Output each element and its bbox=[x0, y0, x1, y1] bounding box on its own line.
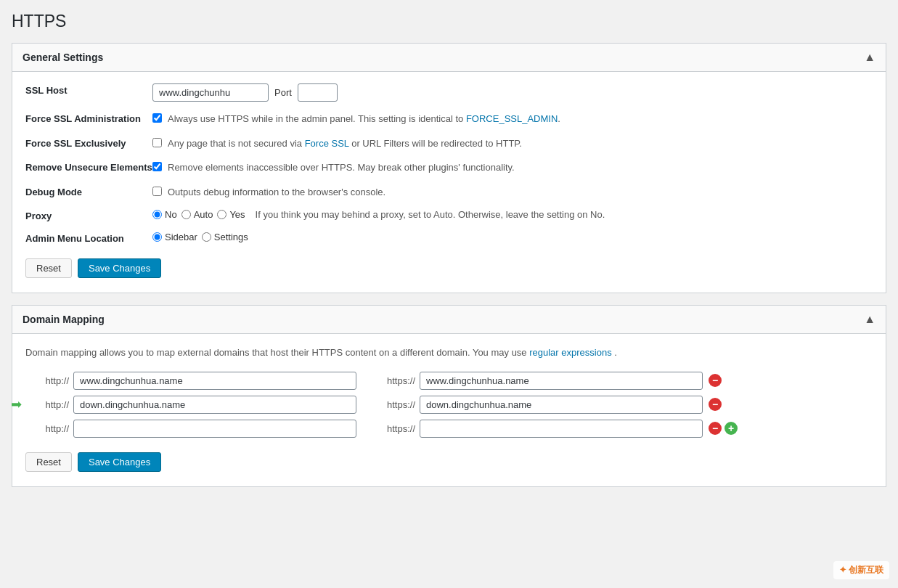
domain-row-3-https-prefix: https:// bbox=[368, 423, 415, 434]
domain-row-3-actions: − + bbox=[709, 422, 738, 435]
ssl-host-label: SSL Host bbox=[25, 83, 152, 96]
force-ssl-link[interactable]: Force SSL bbox=[305, 138, 349, 149]
domain-row-1-actions: − bbox=[709, 374, 722, 387]
force-ssl-admin-row: Force SSL Administration Always use HTTP… bbox=[25, 112, 873, 126]
domain-row-3: http:// https:// − + bbox=[25, 420, 873, 438]
force-ssl-exclusively-text: Any page that is not secured via Force S… bbox=[168, 136, 522, 151]
ssl-host-row: SSL Host Port bbox=[25, 83, 873, 102]
admin-menu-control: Sidebar Settings bbox=[152, 232, 873, 242]
domain-row-2-http-input[interactable] bbox=[73, 396, 356, 414]
domain-mapping-section: Domain Mapping ▲ Domain mapping allows y… bbox=[12, 305, 886, 487]
domain-row-1: http:// https:// − bbox=[25, 372, 873, 390]
debug-mode-row: Debug Mode Outputs debug information to … bbox=[25, 185, 873, 200]
proxy-yes-label: Yes bbox=[229, 209, 245, 220]
ssl-host-input[interactable] bbox=[152, 83, 269, 102]
general-settings-collapse-icon[interactable]: ▲ bbox=[864, 51, 875, 64]
general-settings-body: SSL Host Port Force SSL Administration A… bbox=[12, 72, 886, 293]
domain-mapping-header: Domain Mapping ▲ bbox=[12, 306, 886, 334]
force-ssl-exclusively-checkbox[interactable] bbox=[152, 138, 162, 147]
remove-unsecure-label: Remove Unsecure Elements bbox=[25, 160, 152, 173]
domain-row-2-remove-icon[interactable]: − bbox=[709, 398, 722, 411]
proxy-no-option: No bbox=[152, 209, 177, 220]
force-ssl-admin-control: Always use HTTPS while in the admin pane… bbox=[152, 112, 873, 126]
domain-row-2-https-input[interactable] bbox=[420, 396, 703, 414]
proxy-row: Proxy No Auto Yes If you think you may b… bbox=[25, 209, 873, 221]
remove-unsecure-text: Remove elements inaccessible over HTTPS.… bbox=[168, 160, 515, 175]
domain-save-button[interactable]: Save Changes bbox=[78, 452, 161, 472]
admin-menu-settings-label: Settings bbox=[214, 232, 248, 242]
proxy-no-radio[interactable] bbox=[152, 210, 162, 219]
force-ssl-admin-label: Force SSL Administration bbox=[25, 112, 152, 124]
domain-mapping-rows: http:// https:// − ➡ http:// https:// − bbox=[25, 372, 873, 438]
proxy-no-label: No bbox=[165, 209, 177, 220]
domain-row-1-remove-icon[interactable]: − bbox=[709, 374, 722, 387]
proxy-label: Proxy bbox=[25, 209, 152, 221]
domain-row-2-arrow-icon: ➡ bbox=[11, 396, 22, 412]
proxy-yes-option: Yes bbox=[217, 209, 245, 220]
domain-row-1-https-input[interactable] bbox=[420, 372, 703, 390]
general-settings-title: General Settings bbox=[23, 52, 103, 63]
admin-menu-settings-radio[interactable] bbox=[202, 232, 211, 242]
port-label: Port bbox=[274, 87, 292, 98]
admin-menu-sidebar-radio[interactable] bbox=[152, 232, 162, 242]
admin-menu-settings-option: Settings bbox=[202, 232, 248, 242]
admin-menu-sidebar-option: Sidebar bbox=[152, 232, 197, 242]
force-ssl-exclusively-row: Force SSL Exclusively Any page that is n… bbox=[25, 136, 873, 151]
general-reset-button[interactable]: Reset bbox=[25, 258, 72, 278]
debug-mode-label: Debug Mode bbox=[25, 185, 152, 197]
domain-row-3-http-prefix: http:// bbox=[25, 423, 69, 434]
proxy-auto-label: Auto bbox=[194, 209, 213, 220]
domain-row-3-remove-icon[interactable]: − bbox=[709, 422, 722, 435]
force-ssl-admin-text: Always use HTTPS while in the admin pane… bbox=[168, 112, 560, 126]
domain-row-2-actions: − bbox=[709, 398, 722, 411]
domain-row-2-http-prefix: http:// bbox=[25, 399, 69, 410]
port-input[interactable] bbox=[298, 83, 338, 102]
domain-row-1-http-input[interactable] bbox=[73, 372, 356, 390]
debug-mode-checkbox-row: Outputs debug information to the browser… bbox=[152, 185, 385, 200]
proxy-hint: If you think you may behind a proxy, set… bbox=[256, 209, 605, 220]
force-ssl-exclusively-label: Force SSL Exclusively bbox=[25, 136, 152, 149]
admin-menu-label: Admin Menu Location bbox=[25, 232, 152, 244]
general-save-button[interactable]: Save Changes bbox=[78, 258, 161, 278]
domain-row-2: ➡ http:// https:// − bbox=[25, 396, 873, 414]
force-ssl-admin-checkbox[interactable] bbox=[152, 113, 162, 123]
ssl-host-control: Port bbox=[152, 83, 873, 102]
proxy-auto-radio[interactable] bbox=[181, 210, 191, 219]
domain-row-1-http-prefix: http:// bbox=[25, 375, 69, 386]
debug-mode-text: Outputs debug information to the browser… bbox=[168, 185, 385, 200]
proxy-auto-option: Auto bbox=[181, 209, 213, 220]
domain-mapping-title: Domain Mapping bbox=[23, 314, 105, 325]
remove-unsecure-control: Remove elements inaccessible over HTTPS.… bbox=[152, 160, 873, 175]
force-ssl-admin-link[interactable]: FORCE_SSL_ADMIN bbox=[466, 113, 558, 124]
remove-unsecure-row: Remove Unsecure Elements Remove elements… bbox=[25, 160, 873, 175]
domain-reset-button[interactable]: Reset bbox=[25, 452, 72, 472]
debug-mode-checkbox[interactable] bbox=[152, 187, 162, 196]
regular-expressions-link[interactable]: regular expressions bbox=[529, 347, 611, 358]
domain-row-1-https-prefix: https:// bbox=[368, 375, 415, 386]
force-ssl-exclusively-control: Any page that is not secured via Force S… bbox=[152, 136, 873, 151]
domain-row-3-add-icon[interactable]: + bbox=[724, 422, 738, 435]
domain-row-2-https-prefix: https:// bbox=[368, 399, 415, 410]
force-ssl-admin-checkbox-row: Always use HTTPS while in the admin pane… bbox=[152, 112, 560, 126]
force-ssl-exclusively-checkbox-row: Any page that is not secured via Force S… bbox=[152, 136, 522, 151]
proxy-control: No Auto Yes If you think you may behind … bbox=[152, 209, 873, 220]
general-settings-section: General Settings ▲ SSL Host Port Force S… bbox=[12, 43, 886, 293]
domain-mapping-collapse-icon[interactable]: ▲ bbox=[864, 313, 875, 326]
domain-mapping-info: Domain mapping allows you to map externa… bbox=[25, 346, 873, 360]
domain-row-3-https-input[interactable] bbox=[420, 420, 703, 438]
debug-mode-control: Outputs debug information to the browser… bbox=[152, 185, 873, 200]
admin-menu-row: Admin Menu Location Sidebar Settings bbox=[25, 232, 873, 244]
proxy-yes-radio[interactable] bbox=[217, 210, 226, 219]
domain-row-3-http-input[interactable] bbox=[73, 420, 356, 438]
general-settings-header: General Settings ▲ bbox=[12, 44, 886, 72]
remove-unsecure-checkbox[interactable] bbox=[152, 162, 162, 171]
domain-mapping-body: Domain mapping allows you to map externa… bbox=[12, 334, 886, 486]
remove-unsecure-checkbox-row: Remove elements inaccessible over HTTPS.… bbox=[152, 160, 515, 175]
admin-menu-sidebar-label: Sidebar bbox=[165, 232, 197, 242]
page-title: HTTPS bbox=[12, 12, 886, 31]
general-settings-buttons: Reset Save Changes bbox=[25, 254, 873, 278]
domain-mapping-buttons: Reset Save Changes bbox=[25, 448, 873, 472]
